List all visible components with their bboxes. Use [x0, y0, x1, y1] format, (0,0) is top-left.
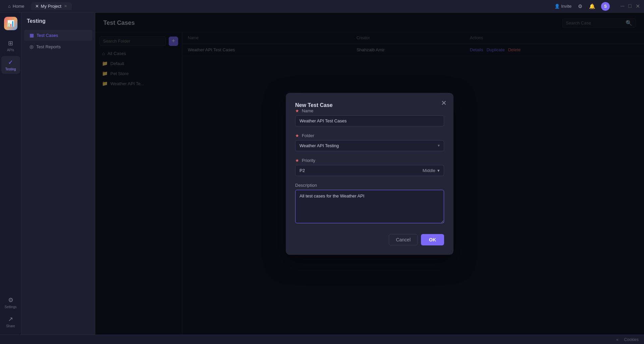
- settings-label: Settings: [4, 305, 16, 309]
- testing-label: Testing: [5, 67, 16, 71]
- ok-button[interactable]: OK: [421, 234, 444, 245]
- avatar[interactable]: S: [601, 2, 610, 11]
- folder-required: ★: [295, 133, 299, 138]
- folder-select-value: Weather API Testing: [300, 143, 339, 148]
- sidebar-item-apis[interactable]: ⊞ APIs: [1, 37, 20, 55]
- name-form-group: ★ Name: [295, 108, 444, 126]
- minimize-button[interactable]: ─: [621, 3, 624, 9]
- testing-icon: ✓: [8, 59, 13, 66]
- collapse-button[interactable]: «: [613, 336, 622, 344]
- priority-select[interactable]: Middle ▾: [423, 168, 440, 173]
- folder-select[interactable]: Weather API Testing ▾: [295, 140, 444, 151]
- priority-required: ★: [295, 158, 299, 163]
- modal-close-button[interactable]: ✕: [441, 100, 447, 106]
- cancel-button[interactable]: Cancel: [389, 234, 418, 245]
- name-label: ★ Name: [295, 108, 444, 113]
- description-textarea[interactable]: All test cases for the Weather API: [295, 190, 444, 223]
- invite-button[interactable]: 👤 Invite: [554, 4, 572, 9]
- test-reports-nav-label: Test Reports: [36, 44, 61, 49]
- nav-sidebar: Testing ▦ Test Cases ◎ Test Reports: [21, 13, 95, 335]
- priority-code: P2: [300, 168, 305, 173]
- tab-project[interactable]: ✕ My Project ✕: [31, 2, 72, 10]
- apis-label: APIs: [7, 48, 14, 52]
- description-label: Description: [295, 183, 444, 188]
- name-required: ★: [295, 108, 299, 113]
- priority-level: Middle: [423, 168, 435, 173]
- priority-label: ★ Priority: [295, 158, 444, 163]
- modal-title: New Test Case: [295, 102, 333, 108]
- settings-sidebar-icon: ⚙: [8, 296, 13, 304]
- sidebar-item-testing[interactable]: ✓ Testing: [1, 56, 20, 74]
- priority-chevron-icon: ▾: [437, 168, 440, 173]
- share-label: Share: [6, 324, 15, 328]
- description-form-group: Description All test cases for the Weath…: [295, 183, 444, 225]
- titlebar: ⌂ Home ✕ My Project ✕ 👤 Invite ⚙ 🔔 S ─ □…: [0, 0, 644, 13]
- titlebar-right: 👤 Invite ⚙ 🔔 S ─ □ ✕: [554, 2, 640, 11]
- priority-form-group: ★ Priority P2 Middle ▾: [295, 158, 444, 176]
- titlebar-left: ⌂ Home ✕ My Project ✕: [4, 2, 72, 10]
- test-cases-nav-icon: ▦: [30, 33, 34, 38]
- invite-label: Invite: [561, 4, 572, 9]
- nav-item-test-cases[interactable]: ▦ Test Cases: [24, 30, 92, 41]
- bell-icon[interactable]: 🔔: [589, 3, 596, 10]
- modal-overlay: New Test Case ✕ ★ Name ★ Folder: [95, 13, 644, 335]
- folder-form-group: ★ Folder Weather API Testing ▾: [295, 133, 444, 151]
- cookies-label[interactable]: Cookies: [624, 337, 639, 342]
- main-layout: 📊 ⊞ APIs ✓ Testing ⚙ Settings ↗ Share Te…: [0, 13, 644, 335]
- apis-icon: ⊞: [8, 40, 13, 47]
- project-tab-label: My Project: [41, 4, 61, 9]
- icon-sidebar: 📊 ⊞ APIs ✓ Testing ⚙ Settings ↗ Share: [0, 13, 21, 335]
- name-input[interactable]: [295, 115, 444, 126]
- modal-footer: Cancel OK: [295, 234, 444, 245]
- close-button[interactable]: ✕: [636, 3, 640, 9]
- tab-home[interactable]: ⌂ Home: [4, 2, 29, 10]
- app-logo: 📊: [4, 17, 17, 30]
- sidebar-item-settings[interactable]: ⚙ Settings: [1, 294, 20, 311]
- content-area: Test Cases 🔍 + ⌂ All Cases: [95, 13, 644, 335]
- window-controls: ─ □ ✕: [621, 3, 640, 9]
- folder-label: ★ Folder: [295, 133, 444, 138]
- home-icon: ⌂: [8, 4, 11, 9]
- sidebar-item-share[interactable]: ↗ Share: [1, 313, 20, 331]
- settings-icon[interactable]: ⚙: [577, 3, 584, 10]
- folder-chevron-icon: ▾: [438, 143, 440, 148]
- nav-item-test-reports[interactable]: ◎ Test Reports: [24, 41, 92, 52]
- test-cases-nav-label: Test Cases: [37, 33, 58, 38]
- home-tab-label: Home: [13, 4, 24, 9]
- maximize-button[interactable]: □: [628, 3, 632, 9]
- test-reports-nav-icon: ◎: [30, 44, 34, 49]
- project-tab-close[interactable]: ✕: [63, 4, 68, 8]
- priority-row: P2 Middle ▾: [295, 165, 444, 176]
- priority-left: P2: [300, 168, 305, 173]
- share-icon: ↗: [8, 316, 13, 323]
- new-test-case-modal: New Test Case ✕ ★ Name ★ Folder: [286, 93, 453, 255]
- bottom-bar: « Cookies: [0, 335, 644, 344]
- nav-sidebar-title: Testing: [21, 18, 95, 30]
- user-plus-icon: 👤: [554, 4, 560, 9]
- close-tab-icon: ✕: [35, 4, 39, 9]
